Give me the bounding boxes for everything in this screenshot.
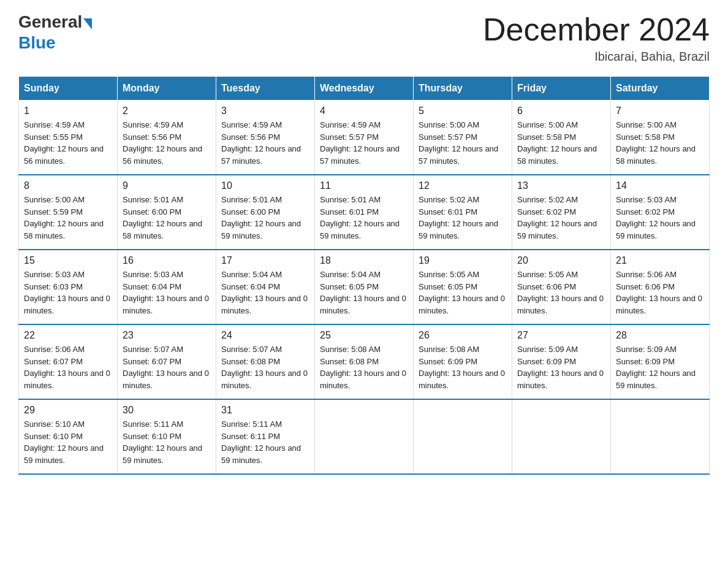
day-number: 16 bbox=[123, 255, 211, 266]
day-number: 20 bbox=[517, 255, 605, 266]
day-info: Sunrise: 5:03 AMSunset: 6:04 PMDaylight:… bbox=[123, 269, 211, 316]
day-number: 13 bbox=[517, 180, 605, 191]
day-info: Sunrise: 5:09 AMSunset: 6:09 PMDaylight:… bbox=[517, 343, 605, 391]
day-info: Sunrise: 5:03 AMSunset: 6:02 PMDaylight:… bbox=[616, 194, 704, 242]
calendar-cell: 30Sunrise: 5:11 AMSunset: 6:10 PMDayligh… bbox=[118, 399, 216, 474]
day-number: 24 bbox=[221, 330, 309, 341]
calendar-cell bbox=[414, 399, 512, 474]
day-number: 29 bbox=[24, 405, 112, 416]
logo-general-text: General bbox=[18, 12, 82, 32]
day-number: 17 bbox=[221, 255, 309, 266]
day-number: 26 bbox=[419, 330, 507, 341]
day-info: Sunrise: 5:08 AMSunset: 6:08 PMDaylight:… bbox=[320, 343, 408, 391]
day-info: Sunrise: 4:59 AMSunset: 5:56 PMDaylight:… bbox=[123, 119, 211, 167]
calendar-week-row: 8Sunrise: 5:00 AMSunset: 5:59 PMDaylight… bbox=[19, 175, 710, 250]
day-info: Sunrise: 5:00 AMSunset: 5:58 PMDaylight:… bbox=[616, 119, 704, 167]
calendar-cell: 10Sunrise: 5:01 AMSunset: 6:00 PMDayligh… bbox=[216, 175, 315, 250]
day-number: 2 bbox=[123, 105, 211, 117]
calendar-cell: 22Sunrise: 5:06 AMSunset: 6:07 PMDayligh… bbox=[19, 324, 118, 399]
day-number: 7 bbox=[616, 105, 704, 117]
calendar-cell: 31Sunrise: 5:11 AMSunset: 6:11 PMDayligh… bbox=[216, 399, 315, 474]
calendar-cell: 21Sunrise: 5:06 AMSunset: 6:06 PMDayligh… bbox=[611, 250, 710, 324]
day-info: Sunrise: 5:08 AMSunset: 6:09 PMDaylight:… bbox=[419, 343, 507, 391]
header-tuesday: Tuesday bbox=[216, 77, 315, 101]
calendar-cell: 2Sunrise: 4:59 AMSunset: 5:56 PMDaylight… bbox=[118, 101, 216, 175]
calendar-cell: 7Sunrise: 5:00 AMSunset: 5:58 PMDaylight… bbox=[611, 101, 710, 175]
location-label: Ibicarai, Bahia, Brazil bbox=[483, 50, 710, 64]
day-info: Sunrise: 4:59 AMSunset: 5:56 PMDaylight:… bbox=[221, 119, 309, 167]
calendar-cell: 1Sunrise: 4:59 AMSunset: 5:55 PMDaylight… bbox=[19, 101, 118, 175]
day-info: Sunrise: 5:05 AMSunset: 6:06 PMDaylight:… bbox=[517, 269, 605, 316]
calendar-cell: 9Sunrise: 5:01 AMSunset: 6:00 PMDaylight… bbox=[118, 175, 216, 250]
day-number: 1 bbox=[24, 105, 112, 117]
calendar-cell: 13Sunrise: 5:02 AMSunset: 6:02 PMDayligh… bbox=[512, 175, 611, 250]
day-info: Sunrise: 5:01 AMSunset: 6:01 PMDaylight:… bbox=[320, 194, 408, 242]
day-info: Sunrise: 5:00 AMSunset: 5:57 PMDaylight:… bbox=[419, 119, 507, 167]
day-number: 15 bbox=[24, 255, 112, 266]
day-number: 23 bbox=[123, 330, 211, 341]
day-info: Sunrise: 5:06 AMSunset: 6:06 PMDaylight:… bbox=[616, 269, 704, 316]
day-info: Sunrise: 5:04 AMSunset: 6:04 PMDaylight:… bbox=[221, 269, 309, 316]
day-info: Sunrise: 5:10 AMSunset: 6:10 PMDaylight:… bbox=[24, 418, 112, 466]
month-title: December 2024 bbox=[483, 12, 710, 47]
calendar-cell: 14Sunrise: 5:03 AMSunset: 6:02 PMDayligh… bbox=[611, 175, 710, 250]
calendar-cell: 4Sunrise: 4:59 AMSunset: 5:57 PMDaylight… bbox=[315, 101, 414, 175]
calendar-cell: 8Sunrise: 5:00 AMSunset: 5:59 PMDaylight… bbox=[19, 175, 118, 250]
day-number: 5 bbox=[419, 105, 507, 117]
day-info: Sunrise: 5:06 AMSunset: 6:07 PMDaylight:… bbox=[24, 343, 112, 391]
day-info: Sunrise: 5:01 AMSunset: 6:00 PMDaylight:… bbox=[221, 194, 309, 242]
calendar-cell: 29Sunrise: 5:10 AMSunset: 6:10 PMDayligh… bbox=[19, 399, 118, 474]
calendar-cell: 20Sunrise: 5:05 AMSunset: 6:06 PMDayligh… bbox=[512, 250, 611, 324]
page-header: General Blue December 2024 Ibicarai, Bah… bbox=[18, 12, 710, 64]
calendar-cell bbox=[315, 399, 414, 474]
calendar-cell: 16Sunrise: 5:03 AMSunset: 6:04 PMDayligh… bbox=[118, 250, 216, 324]
day-info: Sunrise: 5:00 AMSunset: 5:58 PMDaylight:… bbox=[517, 119, 605, 167]
calendar-cell: 17Sunrise: 5:04 AMSunset: 6:04 PMDayligh… bbox=[216, 250, 315, 324]
day-number: 6 bbox=[517, 105, 605, 117]
header-wednesday: Wednesday bbox=[315, 77, 414, 101]
header-monday: Monday bbox=[118, 77, 216, 101]
day-number: 22 bbox=[24, 330, 112, 341]
calendar-cell: 28Sunrise: 5:09 AMSunset: 6:09 PMDayligh… bbox=[611, 324, 710, 399]
day-info: Sunrise: 5:03 AMSunset: 6:03 PMDaylight:… bbox=[24, 269, 112, 316]
header-friday: Friday bbox=[512, 77, 611, 101]
day-number: 28 bbox=[616, 330, 704, 341]
calendar-cell: 15Sunrise: 5:03 AMSunset: 6:03 PMDayligh… bbox=[19, 250, 118, 324]
day-info: Sunrise: 5:00 AMSunset: 5:59 PMDaylight:… bbox=[24, 194, 112, 242]
day-number: 27 bbox=[517, 330, 605, 341]
day-info: Sunrise: 4:59 AMSunset: 5:55 PMDaylight:… bbox=[24, 119, 112, 167]
day-number: 14 bbox=[616, 180, 704, 191]
day-number: 31 bbox=[221, 405, 309, 416]
calendar-cell: 3Sunrise: 4:59 AMSunset: 5:56 PMDaylight… bbox=[216, 101, 315, 175]
day-number: 10 bbox=[221, 180, 309, 191]
calendar-cell: 11Sunrise: 5:01 AMSunset: 6:01 PMDayligh… bbox=[315, 175, 414, 250]
day-info: Sunrise: 5:05 AMSunset: 6:05 PMDaylight:… bbox=[419, 269, 507, 316]
day-info: Sunrise: 5:11 AMSunset: 6:10 PMDaylight:… bbox=[123, 418, 211, 466]
day-info: Sunrise: 5:07 AMSunset: 6:07 PMDaylight:… bbox=[123, 343, 211, 391]
header-saturday: Saturday bbox=[611, 77, 710, 101]
calendar-cell: 12Sunrise: 5:02 AMSunset: 6:01 PMDayligh… bbox=[414, 175, 512, 250]
calendar-cell: 23Sunrise: 5:07 AMSunset: 6:07 PMDayligh… bbox=[118, 324, 216, 399]
calendar-cell: 27Sunrise: 5:09 AMSunset: 6:09 PMDayligh… bbox=[512, 324, 611, 399]
day-info: Sunrise: 5:11 AMSunset: 6:11 PMDaylight:… bbox=[221, 418, 309, 466]
logo-blue-text: Blue bbox=[18, 33, 56, 53]
calendar-cell: 25Sunrise: 5:08 AMSunset: 6:08 PMDayligh… bbox=[315, 324, 414, 399]
logo: General Blue bbox=[18, 12, 92, 53]
calendar-cell: 24Sunrise: 5:07 AMSunset: 6:08 PMDayligh… bbox=[216, 324, 315, 399]
day-number: 11 bbox=[320, 180, 408, 191]
title-area: December 2024 Ibicarai, Bahia, Brazil bbox=[483, 12, 710, 64]
day-info: Sunrise: 4:59 AMSunset: 5:57 PMDaylight:… bbox=[320, 119, 408, 167]
calendar-table: SundayMondayTuesdayWednesdayThursdayFrid… bbox=[18, 76, 710, 475]
calendar-cell: 18Sunrise: 5:04 AMSunset: 6:05 PMDayligh… bbox=[315, 250, 414, 324]
day-info: Sunrise: 5:07 AMSunset: 6:08 PMDaylight:… bbox=[221, 343, 309, 391]
day-info: Sunrise: 5:04 AMSunset: 6:05 PMDaylight:… bbox=[320, 269, 408, 316]
day-info: Sunrise: 5:02 AMSunset: 6:02 PMDaylight:… bbox=[517, 194, 605, 242]
calendar-week-row: 22Sunrise: 5:06 AMSunset: 6:07 PMDayligh… bbox=[19, 324, 710, 399]
calendar-week-row: 1Sunrise: 4:59 AMSunset: 5:55 PMDaylight… bbox=[19, 101, 710, 175]
day-number: 18 bbox=[320, 255, 408, 266]
day-number: 8 bbox=[24, 180, 112, 191]
day-number: 12 bbox=[419, 180, 507, 191]
day-info: Sunrise: 5:01 AMSunset: 6:00 PMDaylight:… bbox=[123, 194, 211, 242]
calendar-cell bbox=[512, 399, 611, 474]
day-info: Sunrise: 5:09 AMSunset: 6:09 PMDaylight:… bbox=[616, 343, 704, 391]
